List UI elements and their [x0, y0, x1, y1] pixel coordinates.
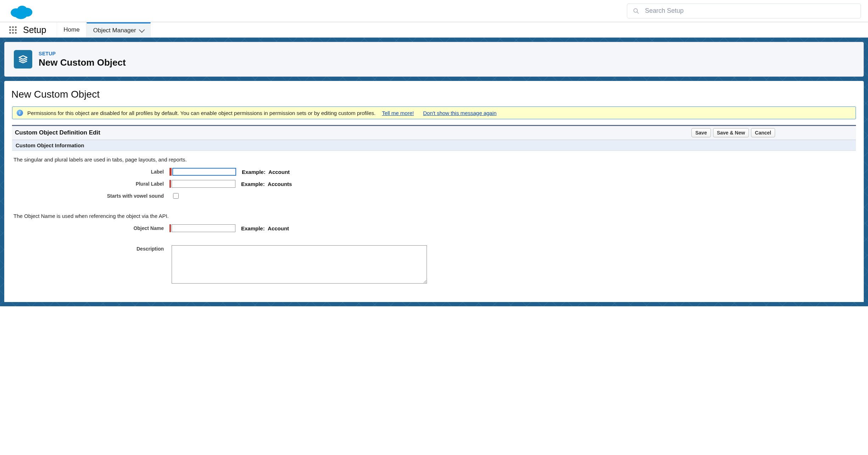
label-input[interactable] — [172, 168, 236, 176]
label-field-label: Label — [13, 169, 169, 175]
label-example: Example: Account — [242, 169, 290, 175]
plural-label-input[interactable] — [172, 180, 235, 188]
vowel-checkbox[interactable] — [173, 193, 179, 199]
vowel-field-label: Starts with vowel sound — [13, 193, 169, 199]
row-object-name: Object Name Example: Account — [13, 223, 855, 234]
content-card: New Custom Object i Permissions for this… — [4, 81, 864, 302]
page-eyebrow: SETUP — [39, 51, 126, 56]
object-name-field-label: Object Name — [13, 225, 169, 231]
description-field-label: Description — [13, 245, 169, 252]
tab-object-manager[interactable]: Object Manager — [87, 22, 151, 37]
header-band: SETUP New Custom Object — [0, 38, 868, 81]
banner-text: Permissions for this object are disabled… — [27, 110, 375, 116]
context-bar: Setup Home Object Manager — [0, 22, 868, 38]
global-header — [0, 0, 868, 22]
inner-title: New Custom Object — [11, 89, 857, 100]
button-row: Save Save & New Cancel — [691, 128, 775, 137]
object-name-example: Example: Account — [241, 225, 289, 231]
search-icon — [633, 8, 639, 14]
chevron-down-icon — [139, 27, 145, 33]
row-plural-label: Plural Label Example: Accounts — [13, 178, 855, 190]
row-label: Label Example: Account — [13, 166, 855, 177]
helper-text-1: The singular and plural labels are used … — [13, 157, 855, 163]
custom-object-icon — [14, 50, 32, 68]
subsection-title: Custom Object Information — [12, 140, 856, 151]
info-banner: i Permissions for this object are disabl… — [12, 106, 856, 119]
page-header: SETUP New Custom Object — [4, 42, 864, 77]
salesforce-cloud-logo-icon — [9, 2, 33, 20]
page-title: New Custom Object — [39, 57, 126, 68]
save-and-new-button[interactable]: Save & New — [713, 128, 749, 137]
description-textarea[interactable] — [172, 245, 427, 284]
svg-line-5 — [637, 12, 639, 13]
search-input[interactable] — [645, 7, 855, 15]
content-band: New Custom Object i Permissions for this… — [0, 81, 868, 306]
save-button[interactable]: Save — [691, 128, 711, 137]
tab-label: Object Manager — [93, 27, 136, 34]
required-indicator — [169, 168, 171, 176]
svg-point-3 — [15, 10, 27, 19]
object-name-input[interactable] — [172, 224, 235, 232]
section-title: Custom Object Definition Edit — [15, 129, 100, 136]
required-indicator — [169, 180, 171, 188]
app-launcher-icon[interactable] — [9, 26, 17, 34]
plural-label-field-label: Plural Label — [13, 181, 169, 187]
row-description: Description — [13, 245, 855, 284]
app-name: Setup — [23, 25, 46, 35]
tab-label: Home — [63, 26, 79, 33]
tell-me-more-link[interactable]: Tell me more! — [382, 110, 414, 116]
section-bar: Custom Object Definition Edit Save Save … — [12, 126, 856, 140]
required-indicator — [169, 224, 171, 232]
tab-home[interactable]: Home — [57, 22, 86, 37]
dismiss-banner-link[interactable]: Don't show this message again — [423, 110, 496, 116]
info-icon: i — [17, 110, 23, 116]
cancel-button[interactable]: Cancel — [751, 128, 775, 137]
helper-text-2: The Object Name is used when referencing… — [13, 213, 855, 219]
global-search[interactable] — [627, 4, 861, 18]
row-vowel: Starts with vowel sound — [13, 190, 855, 202]
form-body: The singular and plural labels are used … — [12, 151, 856, 288]
plural-label-example: Example: Accounts — [241, 181, 292, 187]
form-region: Custom Object Definition Edit Save Save … — [12, 125, 856, 288]
